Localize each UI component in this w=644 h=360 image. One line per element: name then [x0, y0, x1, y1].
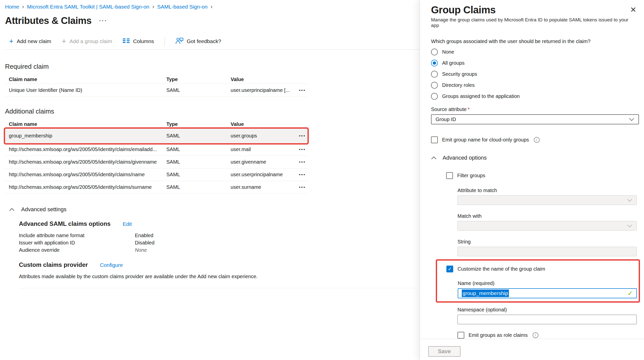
table-row-surname[interactable]: http://schemas.xmlsoap.org/ws/2005/05/id… [5, 181, 308, 194]
chevron-down-icon [627, 224, 632, 228]
panel-subtitle: Manage the group claims used by Microsof… [431, 17, 636, 28]
toolbar-divider [165, 37, 165, 46]
table-row-name[interactable]: http://schemas.xmlsoap.org/ws/2005/05/id… [5, 168, 308, 181]
group-type-radio-group: None All groups Security groups Director… [431, 46, 636, 102]
name-input[interactable]: group_membership ✓ [458, 288, 637, 298]
row-more-options-icon[interactable]: ••• [299, 147, 311, 152]
emit-roles-checkbox-row[interactable]: Emit groups as role claims i [457, 331, 636, 339]
group-claims-panel: ✕ Group Claims Manage the group claims u… [420, 0, 644, 360]
valid-check-icon: ✓ [627, 290, 633, 297]
option-label: Include attribute name format [19, 232, 135, 239]
checkbox-unchecked-icon[interactable] [431, 136, 438, 143]
radio-icon [431, 82, 438, 89]
breadcrumb-app[interactable]: Microsoft Entra SAML Toolkit | SAML-base… [27, 4, 149, 10]
breadcrumb-saml-signon[interactable]: SAML-based Sign-on [157, 4, 208, 10]
checkbox-unchecked-icon[interactable] [457, 332, 464, 339]
name-input-selected-text: group_membership [462, 290, 509, 297]
namespace-input[interactable] [457, 315, 637, 324]
chevron-right-icon: › [22, 4, 24, 10]
feedback-icon [175, 37, 183, 46]
row-more-options-icon[interactable]: ••• [299, 88, 311, 93]
source-attribute-dropdown[interactable]: Group ID [431, 114, 639, 124]
col-value: Value [231, 121, 292, 127]
checkbox-checked-icon[interactable]: ✓ [446, 266, 453, 272]
radio-directory-roles[interactable]: Directory roles [431, 80, 636, 91]
page-more-options-icon[interactable]: ··· [99, 17, 107, 24]
source-attribute-label: Source attribute* [431, 106, 636, 112]
columns-icon [123, 38, 130, 45]
row-more-options-icon[interactable]: ••• [299, 185, 311, 190]
edit-link[interactable]: Edit [123, 221, 132, 227]
radio-security-groups[interactable]: Security groups [431, 68, 636, 80]
string-label: String [457, 239, 636, 245]
section-divider [19, 288, 417, 288]
row-more-options-icon[interactable]: ••• [299, 172, 311, 177]
radio-all-groups[interactable]: All groups [431, 57, 636, 68]
option-label: Audience override [19, 246, 135, 254]
radio-icon [431, 49, 438, 55]
additional-claims-table: Claim name Type Value group_membership S… [5, 120, 308, 194]
col-value: Value [231, 77, 292, 82]
col-claim-name: Claim name [9, 121, 166, 127]
plus-icon: + [9, 38, 14, 45]
panel-footer: Save [420, 339, 644, 360]
got-feedback-button[interactable]: Got feedback? [175, 37, 221, 46]
add-new-claim-button[interactable]: + Add new claim [9, 38, 51, 45]
close-icon[interactable]: ✕ [630, 6, 636, 14]
col-claim-name: Claim name [9, 77, 166, 82]
required-claim-table: Claim name Type Value Unique User Identi… [5, 75, 308, 97]
customize-name-checkbox-row[interactable]: ✓ Customize the name of the group claim [446, 265, 639, 273]
toolbar: + Add new claim + Add a group claim [5, 36, 420, 46]
col-type: Type [166, 121, 231, 127]
radio-none[interactable]: None [431, 46, 636, 57]
option-value: Disabled [135, 239, 155, 246]
configure-link[interactable]: Configure [100, 262, 123, 268]
required-claim-heading: Required claim [5, 63, 420, 70]
advanced-saml-claims-options-heading: Advanced SAML claims options [19, 220, 111, 227]
info-icon[interactable]: i [534, 137, 540, 143]
page-title: Attributes & Claims [5, 15, 91, 26]
option-value: Enabled [135, 232, 153, 239]
additional-claims-heading: Additional claims [5, 107, 420, 115]
panel-title: Group Claims [431, 4, 636, 16]
add-group-claim-button[interactable]: + Add a group claim [62, 38, 112, 45]
attribute-to-match-label: Attribute to match [457, 187, 636, 193]
save-button[interactable]: Save [428, 346, 461, 357]
table-row-group-membership[interactable]: group_membership SAML user.groups ••• [5, 129, 308, 143]
radio-icon [431, 71, 438, 78]
chevron-right-icon: › [152, 4, 154, 10]
required-marker: * [468, 106, 470, 112]
saml-options-list: Include attribute name format Enabled Is… [19, 232, 420, 254]
filter-groups-checkbox-row[interactable]: Filter groups [446, 171, 636, 180]
option-value: None [135, 246, 147, 254]
table-row-givenname[interactable]: http://schemas.xmlsoap.org/ws/2005/05/id… [5, 156, 308, 168]
option-label: Issuer with application ID [19, 239, 135, 246]
columns-button[interactable]: Columns [123, 38, 154, 45]
table-header: Claim name Type Value [5, 75, 308, 84]
match-with-dropdown[interactable] [457, 221, 637, 231]
chevron-down-icon [627, 199, 632, 202]
row-more-options-icon[interactable]: ••• [299, 133, 311, 138]
checkbox-unchecked-icon[interactable] [446, 172, 453, 179]
breadcrumb: Home › Microsoft Entra SAML Toolkit | SA… [5, 0, 420, 10]
string-input[interactable] [457, 247, 637, 256]
emit-group-name-checkbox-row[interactable]: Emit group name for cloud-only groups i [431, 135, 636, 144]
name-required-label: Name (required) [458, 280, 639, 286]
radio-icon [431, 93, 438, 100]
table-row-unique-user-identifier[interactable]: Unique User Identifier (Name ID) SAML us… [5, 84, 308, 97]
advanced-settings-toggle[interactable]: Advanced settings [5, 205, 420, 214]
breadcrumb-home[interactable]: Home [5, 4, 19, 10]
app-window: Home › Microsoft Entra SAML Toolkit | SA… [0, 0, 644, 360]
table-header: Claim name Type Value [5, 120, 308, 129]
radio-selected-icon [431, 60, 438, 66]
radio-groups-assigned[interactable]: Groups assigned to the application [431, 91, 636, 102]
chevron-down-icon [629, 118, 634, 121]
chevron-right-icon: › [210, 4, 212, 10]
info-icon[interactable]: i [533, 332, 538, 338]
attribute-to-match-dropdown[interactable] [457, 195, 637, 205]
row-more-options-icon[interactable]: ••• [299, 160, 311, 165]
advanced-options-toggle[interactable]: Advanced options [431, 154, 636, 162]
col-type: Type [166, 77, 231, 82]
table-row-emailaddress[interactable]: http://schemas.xmlsoap.org/ws/2005/05/id… [5, 143, 308, 156]
custom-claims-provider-heading: Custom claims provider [19, 261, 88, 268]
